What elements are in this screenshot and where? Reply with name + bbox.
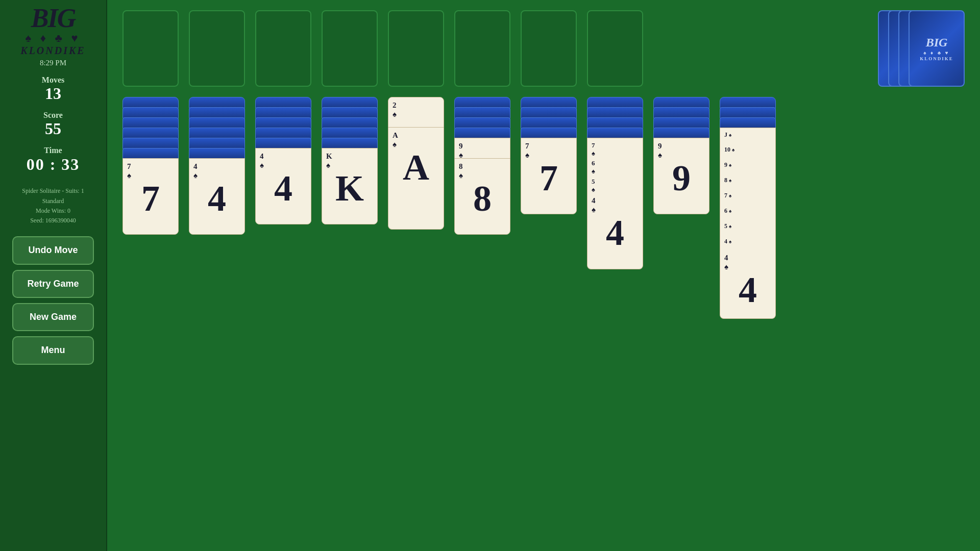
back-card <box>189 128 245 139</box>
score-stat: Score 55 <box>43 111 63 138</box>
col10-face-4b[interactable]: 4♠ 4 <box>720 250 776 319</box>
stock-pile[interactable]: BIG ♠ ♦ ♣ ♥ KLONDIKE BIG ♠ ♦ ♣ ♥ KLONDIK… <box>878 10 965 87</box>
col4-face-card[interactable]: K♠ K <box>322 148 378 224</box>
foundation-slot-8[interactable] <box>587 10 643 87</box>
moves-stat: Moves 13 <box>42 76 64 103</box>
logo-suits: ♠ ♦ ♣ ♥ <box>20 32 85 45</box>
col1-backs <box>122 97 179 158</box>
tableau-column-3: 4♠ 4 <box>255 97 311 224</box>
back-card <box>587 128 643 139</box>
tableau-column-1: 7♠ 7 <box>122 97 179 235</box>
back-card <box>189 117 245 129</box>
back-card <box>122 97 179 108</box>
col10-face-9[interactable]: 9 ♠ <box>720 158 776 173</box>
col3-face-card[interactable]: 4♠ 4 <box>255 148 311 224</box>
back-card <box>454 128 510 139</box>
foundation-slot-4[interactable] <box>322 10 378 87</box>
new-game-button[interactable]: New Game <box>12 303 94 331</box>
tableau-column-2: 4♠ 4 <box>189 97 245 235</box>
col4-backs <box>322 97 378 148</box>
undo-move-button[interactable]: Undo Move <box>12 236 94 264</box>
back-card <box>322 97 378 108</box>
col10-face-5[interactable]: 5 ♠ <box>720 219 776 235</box>
col2-backs <box>189 97 245 158</box>
col5-face-card-2[interactable]: 2♠ <box>388 97 444 128</box>
col6-backs <box>454 97 510 138</box>
foundation-row: BIG ♠ ♦ ♣ ♥ KLONDIKE BIG ♠ ♦ ♣ ♥ KLONDIK… <box>122 10 965 87</box>
col7-face-card[interactable]: 7♠ 7 <box>521 138 577 214</box>
logo-big: BIG <box>20 5 85 32</box>
game-area: BIG ♠ ♦ ♣ ♥ KLONDIKE BIG ♠ ♦ ♣ ♥ KLONDIK… <box>107 0 980 551</box>
col1-face-card[interactable]: 7♠ 7 <box>122 158 179 235</box>
col10-face-7[interactable]: 7 ♠ <box>720 189 776 204</box>
back-card <box>322 107 378 118</box>
back-card <box>189 148 245 159</box>
back-card <box>720 107 776 118</box>
back-card <box>521 97 577 108</box>
col8-face-7[interactable]: 7♠ <box>587 138 643 156</box>
score-label: Score <box>43 111 63 120</box>
col10-face-10[interactable]: 10 ♠ <box>720 143 776 158</box>
col6-face-8[interactable]: 8♠ 8 <box>454 158 510 235</box>
back-card <box>454 97 510 108</box>
col10-face-6[interactable]: 6 ♠ <box>720 204 776 219</box>
col10-face-8[interactable]: 8 ♠ <box>720 173 776 189</box>
foundation-slot-6[interactable] <box>454 10 510 87</box>
game-info-line4: Seed: 1696390040 <box>30 217 76 224</box>
sidebar: BIG ♠ ♦ ♣ ♥ KLONDIKE 8:29 PM Moves 13 Sc… <box>0 0 107 551</box>
back-card <box>454 107 510 118</box>
back-card <box>122 117 179 129</box>
time-value: 00 : 33 <box>27 155 80 174</box>
back-card <box>587 97 643 108</box>
col9-backs <box>653 97 709 138</box>
back-card <box>322 138 378 149</box>
back-card <box>255 128 311 139</box>
tableau-column-8: 7♠ 6♠ 5♠ 4♠ 4 <box>587 97 643 269</box>
game-info: Spider Solitaire - Suits: 1 Standard Mod… <box>17 186 89 226</box>
foundation-slot-5[interactable] <box>388 10 444 87</box>
clock-display: 8:29 PM <box>20 59 85 67</box>
foundation-slot-1[interactable] <box>122 10 179 87</box>
back-card <box>122 138 179 149</box>
col9-face-card[interactable]: 9♠ 9 <box>653 138 709 214</box>
foundation-slot-2[interactable] <box>189 10 245 87</box>
back-card <box>521 107 577 118</box>
back-card <box>255 117 311 129</box>
foundation-slot-7[interactable] <box>521 10 577 87</box>
back-card <box>189 138 245 149</box>
back-card <box>653 117 709 129</box>
game-info-line2: Standard <box>42 197 64 205</box>
stock-card-4[interactable]: BIG ♠ ♦ ♣ ♥ KLONDIKE <box>909 10 965 87</box>
back-card <box>521 117 577 129</box>
tableau: 7♠ 7 4♠ 4 <box>122 97 965 319</box>
col8-face-6[interactable]: 6♠ <box>587 156 643 174</box>
score-value: 55 <box>43 120 63 138</box>
back-card <box>255 107 311 118</box>
moves-label: Moves <box>42 76 64 85</box>
game-info-line1: Spider Solitaire - Suits: 1 <box>22 187 84 194</box>
col7-backs <box>521 97 577 138</box>
retry-game-button[interactable]: Retry Game <box>12 270 94 298</box>
col6-face-9[interactable]: 9♠ <box>454 138 510 158</box>
back-card <box>322 128 378 139</box>
menu-button[interactable]: Menu <box>12 336 94 364</box>
game-logo: BIG ♠ ♦ ♣ ♥ KLONDIKE 8:29 PM <box>20 5 85 67</box>
col8-face-5[interactable]: 5♠ <box>587 174 643 193</box>
back-card <box>189 97 245 108</box>
game-info-line3: Mode Wins: 0 <box>36 207 70 214</box>
back-card <box>653 128 709 139</box>
col5-face-card-ace[interactable]: A♠ A <box>388 128 444 230</box>
foundation-slot-3[interactable] <box>255 10 311 87</box>
col10-face-J[interactable]: J ♠ <box>720 128 776 143</box>
col10-face-4a[interactable]: 4 ♠ <box>720 235 776 250</box>
back-card <box>720 117 776 129</box>
col3-backs <box>255 97 311 148</box>
back-card <box>653 107 709 118</box>
tableau-column-10: J ♠ 10 ♠ 9 ♠ 8 ♠ 7 ♠ 6 ♠ 5 ♠ 4 ♠ <box>720 97 776 319</box>
col2-face-card[interactable]: 4♠ 4 <box>189 158 245 235</box>
back-card <box>720 97 776 108</box>
col8-face-4[interactable]: 4♠ 4 <box>587 193 643 269</box>
back-card <box>255 97 311 108</box>
time-label: Time <box>27 146 80 155</box>
col8-backs <box>587 97 643 138</box>
